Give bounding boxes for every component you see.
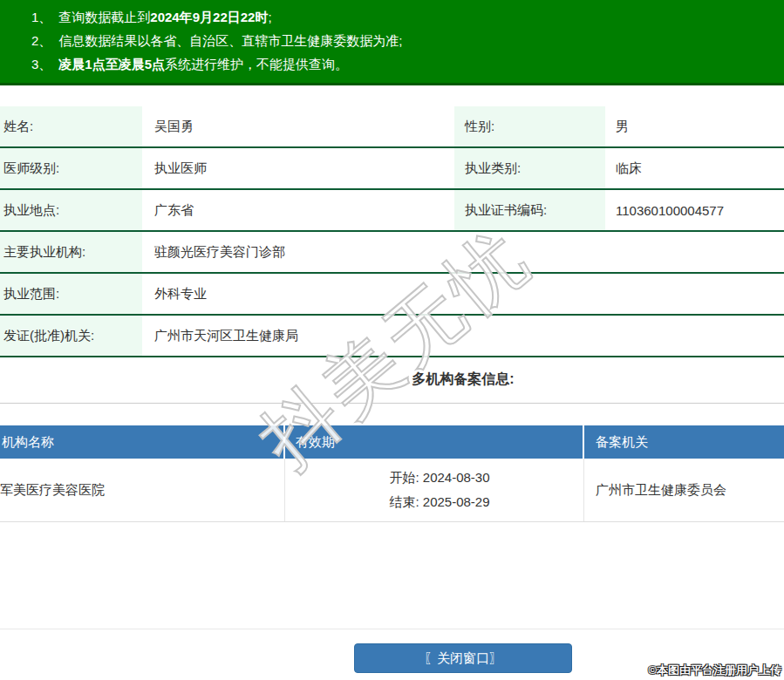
field-value-issuing-authority: 广州市天河区卫生健康局	[142, 316, 784, 356]
notice-number: 2、	[31, 33, 51, 48]
doctor-info-table: 姓名: 吴国勇 性别: 男 医师级别: 执业医师 执业类别: 临床 执业地点: …	[0, 106, 784, 357]
notice-text: 信息数据结果以各省、自治区、直辖市卫生健康委数据为准;	[58, 33, 402, 48]
validity-cell: 开始: 2024-08-30 结束: 2025-08-29	[285, 459, 584, 521]
field-value-name: 吴国勇	[142, 106, 454, 146]
table-row: 主要执业机构: 驻颜光医疗美容门诊部	[0, 232, 784, 274]
table-row: 军美医疗美容医院 开始: 2024-08-30 结束: 2025-08-29 广…	[0, 459, 784, 522]
notice-text: 查询数据截止到	[58, 10, 150, 24]
notice-text-bold: 2024年9月22日22时	[150, 10, 268, 24]
field-value-practice-scope: 外科专业	[142, 274, 784, 314]
field-value-certificate-no: 110360100004577	[605, 190, 784, 230]
field-label-practice-type: 执业类别:	[454, 148, 605, 188]
field-value-gender: 男	[605, 106, 784, 146]
table-row: 医师级别: 执业医师 执业类别: 临床	[0, 148, 784, 190]
column-header-validity: 有效期	[285, 425, 584, 459]
validity-end: 结束: 2025-08-29	[389, 490, 489, 514]
field-value-doctor-level: 执业医师	[142, 148, 454, 188]
multi-org-heading: 多机构备案信息:	[142, 357, 784, 403]
validity-start: 开始: 2024-08-30	[389, 466, 489, 490]
field-label-main-institution: 主要执业机构:	[0, 232, 142, 272]
table-row: 执业范围: 外科专业	[0, 274, 784, 316]
field-label-certificate-no: 执业证书编码:	[454, 190, 605, 230]
notice-line-2: 2、信息数据结果以各省、自治区、直辖市卫生健康委数据为准;	[31, 29, 775, 52]
copyright-watermark-text: ©本图由平台注册用户上传	[648, 663, 781, 678]
field-label-issuing-authority: 发证(批准)机关:	[0, 316, 142, 356]
section-divider	[0, 403, 784, 404]
field-value-practice-type: 临床	[605, 148, 784, 188]
notice-banner: 1、查询数据截止到2024年9月22日22时; 2、信息数据结果以各省、自治区、…	[0, 0, 784, 85]
field-label-name: 姓名:	[0, 106, 142, 146]
org-name-cell: 军美医疗美容医院	[0, 459, 285, 521]
notice-text: ;	[268, 10, 271, 24]
table-row: 姓名: 吴国勇 性别: 男	[0, 106, 784, 148]
column-header-record-authority: 备案机关	[584, 425, 784, 459]
field-label-practice-place: 执业地点:	[0, 190, 142, 230]
column-header-org-name: 机构名称	[0, 425, 285, 459]
notice-line-3: 3、凌晨1点至凌晨5点系统进行维护，不能提供查询。	[31, 52, 775, 76]
notice-line-1: 1、查询数据截止到2024年9月22日22时;	[31, 5, 775, 29]
record-authority-cell: 广州市卫生健康委员会	[584, 459, 784, 521]
field-label-practice-scope: 执业范围:	[0, 274, 142, 314]
notice-text-bold: 凌晨1点至凌晨5点	[58, 57, 165, 71]
field-label-doctor-level: 医师级别:	[0, 148, 142, 188]
table-row: 发证(批准)机关: 广州市天河区卫生健康局	[0, 316, 784, 357]
notice-number: 3、	[31, 57, 51, 71]
close-window-button[interactable]: 〖关闭窗口〗	[354, 643, 572, 673]
table-row: 执业地点: 广东省 执业证书编码: 110360100004577	[0, 190, 784, 232]
notice-number: 1、	[31, 10, 51, 24]
field-label-gender: 性别:	[454, 106, 605, 146]
table-header-row: 机构名称 有效期 备案机关	[0, 425, 784, 459]
field-value-main-institution: 驻颜光医疗美容门诊部	[142, 232, 784, 272]
multi-org-table: 机构名称 有效期 备案机关 军美医疗美容医院 开始: 2024-08-30 结束…	[0, 425, 784, 522]
field-value-practice-place: 广东省	[142, 190, 454, 230]
notice-text: 系统进行维护，不能提供查询。	[165, 57, 348, 71]
